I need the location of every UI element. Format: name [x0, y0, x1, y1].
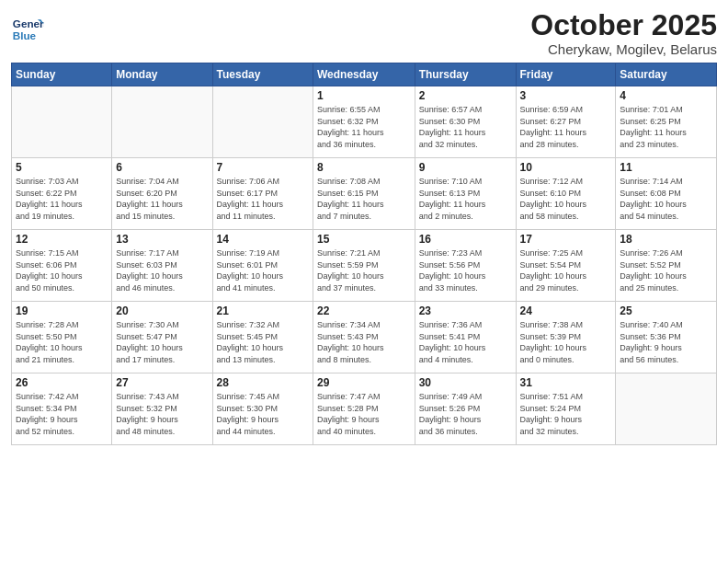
calendar-cell-w1-d3 — [212, 86, 313, 158]
calendar-cell-w5-d7 — [616, 373, 717, 445]
day-info: Sunrise: 7:47 AM Sunset: 5:28 PM Dayligh… — [317, 391, 411, 437]
day-number: 26 — [16, 376, 108, 389]
calendar-cell-w2-d5: 9Sunrise: 7:10 AM Sunset: 6:13 PM Daylig… — [415, 158, 516, 230]
col-sunday: Sunday — [12, 63, 112, 86]
col-thursday: Thursday — [415, 63, 516, 86]
day-number: 9 — [419, 161, 512, 174]
logo: General Blue — [11, 13, 44, 46]
main-title: October 2025 — [530, 9, 717, 41]
day-info: Sunrise: 7:23 AM Sunset: 5:56 PM Dayligh… — [419, 247, 512, 293]
week-row-4: 19Sunrise: 7:28 AM Sunset: 5:50 PM Dayli… — [12, 302, 717, 373]
calendar-cell-w2-d1: 5Sunrise: 7:03 AM Sunset: 6:22 PM Daylig… — [12, 158, 112, 230]
day-number: 13 — [116, 233, 208, 246]
title-block: October 2025 Cherykaw, Mogilev, Belarus — [530, 9, 717, 57]
day-info: Sunrise: 7:21 AM Sunset: 5:59 PM Dayligh… — [317, 247, 411, 293]
calendar-cell-w4-d2: 20Sunrise: 7:30 AM Sunset: 5:47 PM Dayli… — [112, 302, 212, 373]
day-number: 5 — [16, 161, 108, 174]
calendar-cell-w5-d6: 31Sunrise: 7:51 AM Sunset: 5:24 PM Dayli… — [516, 373, 616, 445]
week-row-5: 26Sunrise: 7:42 AM Sunset: 5:34 PM Dayli… — [12, 373, 717, 445]
day-info: Sunrise: 7:51 AM Sunset: 5:24 PM Dayligh… — [520, 391, 612, 437]
day-number: 12 — [16, 233, 108, 246]
day-info: Sunrise: 6:57 AM Sunset: 6:30 PM Dayligh… — [419, 104, 512, 150]
calendar-cell-w4-d3: 21Sunrise: 7:32 AM Sunset: 5:45 PM Dayli… — [212, 302, 313, 373]
week-row-2: 5Sunrise: 7:03 AM Sunset: 6:22 PM Daylig… — [12, 158, 717, 230]
calendar-cell-w1-d6: 3Sunrise: 6:59 AM Sunset: 6:27 PM Daylig… — [516, 86, 616, 158]
day-number: 16 — [419, 233, 512, 246]
day-number: 21 — [217, 304, 309, 317]
calendar-cell-w1-d1 — [12, 86, 112, 158]
day-number: 14 — [217, 233, 309, 246]
day-number: 3 — [520, 89, 612, 102]
day-number: 30 — [419, 376, 512, 389]
calendar-cell-w5-d1: 26Sunrise: 7:42 AM Sunset: 5:34 PM Dayli… — [12, 373, 112, 445]
col-friday: Friday — [516, 63, 616, 86]
calendar-cell-w3-d2: 13Sunrise: 7:17 AM Sunset: 6:03 PM Dayli… — [112, 230, 212, 302]
day-number: 1 — [317, 89, 411, 102]
calendar-cell-w4-d7: 25Sunrise: 7:40 AM Sunset: 5:36 PM Dayli… — [616, 302, 717, 373]
calendar-cell-w3-d1: 12Sunrise: 7:15 AM Sunset: 6:06 PM Dayli… — [12, 230, 112, 302]
day-number: 18 — [620, 233, 712, 246]
day-number: 15 — [317, 233, 411, 246]
day-info: Sunrise: 7:06 AM Sunset: 6:17 PM Dayligh… — [217, 176, 309, 222]
calendar-cell-w5-d3: 28Sunrise: 7:45 AM Sunset: 5:30 PM Dayli… — [212, 373, 313, 445]
week-row-1: 1Sunrise: 6:55 AM Sunset: 6:32 PM Daylig… — [12, 86, 717, 158]
calendar-cell-w1-d5: 2Sunrise: 6:57 AM Sunset: 6:30 PM Daylig… — [415, 86, 516, 158]
day-info: Sunrise: 7:10 AM Sunset: 6:13 PM Dayligh… — [419, 176, 512, 222]
calendar-cell-w4-d6: 24Sunrise: 7:38 AM Sunset: 5:39 PM Dayli… — [516, 302, 616, 373]
day-number: 25 — [620, 304, 712, 317]
day-number: 2 — [419, 89, 512, 102]
day-info: Sunrise: 7:03 AM Sunset: 6:22 PM Dayligh… — [16, 176, 108, 222]
day-info: Sunrise: 6:55 AM Sunset: 6:32 PM Dayligh… — [317, 104, 411, 150]
day-number: 10 — [520, 161, 612, 174]
day-info: Sunrise: 7:01 AM Sunset: 6:25 PM Dayligh… — [620, 104, 712, 150]
day-number: 17 — [520, 233, 612, 246]
calendar-cell-w2-d7: 11Sunrise: 7:14 AM Sunset: 6:08 PM Dayli… — [616, 158, 717, 230]
day-number: 7 — [217, 161, 309, 174]
day-number: 8 — [317, 161, 411, 174]
svg-text:General: General — [13, 17, 44, 29]
calendar-table: Sunday Monday Tuesday Wednesday Thursday… — [11, 63, 717, 445]
calendar-cell-w4-d1: 19Sunrise: 7:28 AM Sunset: 5:50 PM Dayli… — [12, 302, 112, 373]
day-info: Sunrise: 7:42 AM Sunset: 5:34 PM Dayligh… — [16, 391, 108, 437]
day-info: Sunrise: 7:36 AM Sunset: 5:41 PM Dayligh… — [419, 319, 512, 365]
day-info: Sunrise: 7:38 AM Sunset: 5:39 PM Dayligh… — [520, 319, 612, 365]
calendar-cell-w3-d6: 17Sunrise: 7:25 AM Sunset: 5:54 PM Dayli… — [516, 230, 616, 302]
day-info: Sunrise: 7:34 AM Sunset: 5:43 PM Dayligh… — [317, 319, 411, 365]
day-number: 19 — [16, 304, 108, 317]
svg-text:Blue: Blue — [13, 29, 37, 41]
day-number: 27 — [116, 376, 208, 389]
week-row-3: 12Sunrise: 7:15 AM Sunset: 6:06 PM Dayli… — [12, 230, 717, 302]
calendar-cell-w2-d2: 6Sunrise: 7:04 AM Sunset: 6:20 PM Daylig… — [112, 158, 212, 230]
day-info: Sunrise: 7:40 AM Sunset: 5:36 PM Dayligh… — [620, 319, 712, 365]
logo-icon: General Blue — [11, 13, 44, 46]
day-number: 28 — [217, 376, 309, 389]
calendar-cell-w4-d4: 22Sunrise: 7:34 AM Sunset: 5:43 PM Dayli… — [313, 302, 415, 373]
col-saturday: Saturday — [616, 63, 717, 86]
day-info: Sunrise: 7:14 AM Sunset: 6:08 PM Dayligh… — [620, 176, 712, 222]
calendar-cell-w3-d4: 15Sunrise: 7:21 AM Sunset: 5:59 PM Dayli… — [313, 230, 415, 302]
day-number: 4 — [620, 89, 712, 102]
day-info: Sunrise: 7:25 AM Sunset: 5:54 PM Dayligh… — [520, 247, 612, 293]
day-info: Sunrise: 7:26 AM Sunset: 5:52 PM Dayligh… — [620, 247, 712, 293]
day-info: Sunrise: 7:45 AM Sunset: 5:30 PM Dayligh… — [217, 391, 309, 437]
day-info: Sunrise: 7:17 AM Sunset: 6:03 PM Dayligh… — [116, 247, 208, 293]
page-container: General Blue October 2025 Cherykaw, Mogi… — [0, 0, 728, 453]
day-number: 22 — [317, 304, 411, 317]
day-number: 11 — [620, 161, 712, 174]
day-info: Sunrise: 7:30 AM Sunset: 5:47 PM Dayligh… — [116, 319, 208, 365]
day-info: Sunrise: 7:08 AM Sunset: 6:15 PM Dayligh… — [317, 176, 411, 222]
header: General Blue October 2025 Cherykaw, Mogi… — [11, 9, 717, 57]
day-info: Sunrise: 7:15 AM Sunset: 6:06 PM Dayligh… — [16, 247, 108, 293]
day-info: Sunrise: 7:12 AM Sunset: 6:10 PM Dayligh… — [520, 176, 612, 222]
calendar-cell-w3-d3: 14Sunrise: 7:19 AM Sunset: 6:01 PM Dayli… — [212, 230, 313, 302]
day-number: 29 — [317, 376, 411, 389]
day-info: Sunrise: 7:04 AM Sunset: 6:20 PM Dayligh… — [116, 176, 208, 222]
calendar-cell-w5-d2: 27Sunrise: 7:43 AM Sunset: 5:32 PM Dayli… — [112, 373, 212, 445]
day-number: 24 — [520, 304, 612, 317]
day-info: Sunrise: 7:49 AM Sunset: 5:26 PM Dayligh… — [419, 391, 512, 437]
calendar-cell-w2-d3: 7Sunrise: 7:06 AM Sunset: 6:17 PM Daylig… — [212, 158, 313, 230]
day-info: Sunrise: 7:28 AM Sunset: 5:50 PM Dayligh… — [16, 319, 108, 365]
day-number: 20 — [116, 304, 208, 317]
day-info: Sunrise: 7:32 AM Sunset: 5:45 PM Dayligh… — [217, 319, 309, 365]
day-number: 31 — [520, 376, 612, 389]
